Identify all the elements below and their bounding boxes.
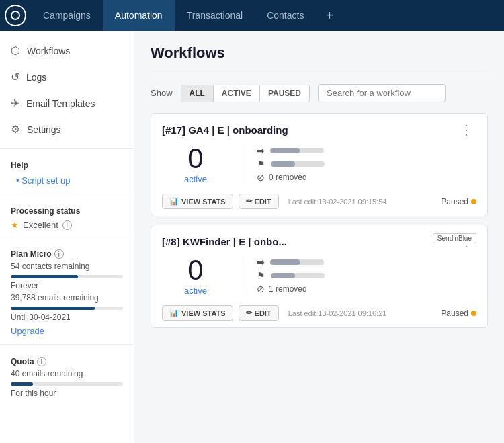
- filter-active-button[interactable]: ACTIVE: [214, 85, 260, 102]
- filter-buttons: ALL ACTIVE PAUSED: [181, 85, 310, 102]
- metric-bar-flag-1: [271, 161, 325, 167]
- removed-row-2: ⊘ 1 removed: [257, 284, 476, 294]
- upgrade-link[interactable]: Upgrade: [0, 323, 134, 339]
- last-edit-1: Last edit:13-02-2021 09:15:54: [288, 198, 387, 206]
- logo-icon: [5, 5, 26, 26]
- help-title: Help: [0, 154, 134, 173]
- removed-icon-1: ⊘: [257, 172, 265, 183]
- plan-info-icon[interactable]: i: [54, 249, 64, 259]
- filter-all-button[interactable]: ALL: [181, 85, 214, 102]
- view-stats-button-2[interactable]: 📊 VIEW STATS: [162, 305, 233, 321]
- emails-sub: Until 30-04-2021: [0, 311, 134, 323]
- card-body-2: 0 active ➡ ⚑: [151, 249, 487, 301]
- card-metrics-1: ➡ ⚑ ⊘ 0 removed: [243, 145, 476, 183]
- show-label: Show: [151, 88, 173, 98]
- footer-right-2: Paused: [441, 309, 476, 318]
- edit-icon-1: ✏: [246, 197, 252, 206]
- enter-icon-1: ➡: [257, 145, 265, 156]
- search-input[interactable]: [318, 84, 446, 102]
- processing-value: ★ Excellent i: [0, 218, 134, 231]
- plan-title: Plan Micro i: [0, 243, 134, 260]
- quota-value: 40 emails remaining: [0, 368, 134, 380]
- stat-number-1: 0: [187, 143, 203, 174]
- card-footer-2: 📊 VIEW STATS ✏ EDIT Last edit:13-02-2021…: [151, 301, 487, 327]
- quota-title: Quota i: [0, 350, 134, 368]
- footer-right-1: Paused: [441, 197, 476, 206]
- workflow-card-1: [#17] GA4 | E | onboarding ⋮ 0 active ➡: [151, 113, 488, 216]
- top-nav: Campaigns Automation Transactional Conta…: [0, 0, 504, 31]
- sidebar-item-settings[interactable]: ⚙ Settings: [0, 116, 134, 143]
- nav-campaigns[interactable]: Campaigns: [31, 0, 103, 31]
- status-dot-2: [471, 311, 476, 316]
- removed-label-1: 0 removed: [269, 173, 307, 182]
- last-edit-2: Last edit:13-02-2021 09:16:21: [288, 309, 387, 317]
- sidebar-item-email-templates[interactable]: ✈ Email Templates: [0, 90, 134, 116]
- edit-button-1[interactable]: ✏ EDIT: [239, 194, 279, 209]
- processing-info-icon[interactable]: i: [62, 220, 72, 230]
- status-badge-1: Paused: [441, 197, 476, 206]
- footer-left-2: 📊 VIEW STATS ✏ EDIT Last edit:13-02-2021…: [162, 305, 386, 321]
- stat-label-1: active: [184, 174, 207, 184]
- card-metrics-2: ➡ ⚑ ⊘ 1 removed: [243, 257, 476, 294]
- settings-icon: ⚙: [11, 123, 20, 136]
- contacts-progress: [11, 275, 123, 278]
- sidebar: ⬡ Workflows ↺ Logs ✈ Email Templates ⚙ S…: [0, 31, 134, 443]
- contacts-label: 54 contacts remaining: [0, 260, 134, 272]
- chart-icon-2: 📊: [169, 309, 179, 317]
- star-icon: ★: [11, 220, 19, 230]
- flag-icon-1: ⚑: [257, 159, 265, 169]
- card-stat-2: 0 active: [162, 255, 243, 296]
- edit-button-2[interactable]: ✏ EDIT: [239, 305, 279, 321]
- sidebar-item-logs[interactable]: ↺ Logs: [0, 64, 134, 90]
- card-header-1: [#17] GA4 | E | onboarding ⋮: [151, 114, 487, 138]
- workflow-card-2: SendinBlue [#8] KWFinder | E | onbo... ⋮…: [151, 225, 488, 328]
- removed-label-2: 1 removed: [269, 284, 307, 294]
- quota-sub: For this hour: [0, 387, 134, 399]
- card-footer-1: 📊 VIEW STATS ✏ EDIT Last edit:13-02-2021…: [151, 190, 487, 216]
- workflows-icon: ⬡: [11, 44, 20, 57]
- metric-bar-flag-2: [271, 273, 325, 278]
- divider: [151, 73, 488, 73]
- metric-bar-enter-2: [270, 259, 324, 265]
- script-setup-link[interactable]: Script set up: [0, 173, 134, 188]
- logs-icon: ↺: [11, 71, 19, 83]
- metric-bar-enter-1: [270, 148, 324, 153]
- sidebar-item-workflows[interactable]: ⬡ Workflows: [0, 38, 134, 64]
- page-title: Workflows: [151, 44, 488, 62]
- view-stats-button-1[interactable]: 📊 VIEW STATS: [162, 194, 233, 209]
- status-badge-2: Paused: [441, 309, 476, 318]
- processing-title: Processing status: [0, 200, 134, 218]
- workflow-title-1: [#17] GA4 | E | onboarding: [162, 124, 288, 136]
- workflow-menu-1[interactable]: ⋮: [457, 122, 476, 138]
- logo[interactable]: [0, 0, 31, 31]
- footer-left-1: 📊 VIEW STATS ✏ EDIT Last edit:13-02-2021…: [162, 194, 386, 209]
- metric-row-enter-1: ➡: [257, 145, 476, 156]
- card-body-1: 0 active ➡ ⚑: [151, 138, 487, 190]
- metric-row-flag-2: ⚑: [257, 270, 476, 281]
- email-icon: ✈: [11, 97, 19, 110]
- contacts-sub: Forever: [0, 280, 134, 292]
- quota-info-icon[interactable]: i: [37, 357, 46, 366]
- stat-label-2: active: [184, 286, 207, 296]
- removed-icon-2: ⊘: [257, 284, 265, 294]
- filter-bar: Show ALL ACTIVE PAUSED: [151, 84, 488, 102]
- metric-row-flag-1: ⚑: [257, 159, 476, 169]
- chart-icon-1: 📊: [169, 197, 179, 206]
- nav-contacts[interactable]: Contacts: [255, 0, 316, 31]
- workflow-title-2: [#8] KWFinder | E | onbo...: [162, 236, 287, 247]
- flag-icon-2: ⚑: [257, 270, 265, 281]
- removed-row-1: ⊘ 0 removed: [257, 172, 476, 183]
- nav-automation[interactable]: Automation: [103, 0, 175, 31]
- quota-progress: [11, 382, 123, 386]
- stat-number-2: 0: [187, 255, 203, 286]
- emails-label: 39,788 emails remaining: [0, 292, 134, 304]
- metric-row-enter-2: ➡: [257, 257, 476, 268]
- nav-transactional[interactable]: Transactional: [175, 0, 255, 31]
- sendinblue-badge: SendinBlue: [433, 233, 476, 243]
- main-content: Workflows Show ALL ACTIVE PAUSED [#17] G…: [134, 31, 504, 443]
- nav-add-button[interactable]: +: [316, 0, 343, 31]
- enter-icon-2: ➡: [257, 257, 265, 268]
- card-stat-1: 0 active: [162, 143, 243, 184]
- filter-paused-button[interactable]: PAUSED: [260, 85, 309, 102]
- edit-icon-2: ✏: [246, 309, 252, 317]
